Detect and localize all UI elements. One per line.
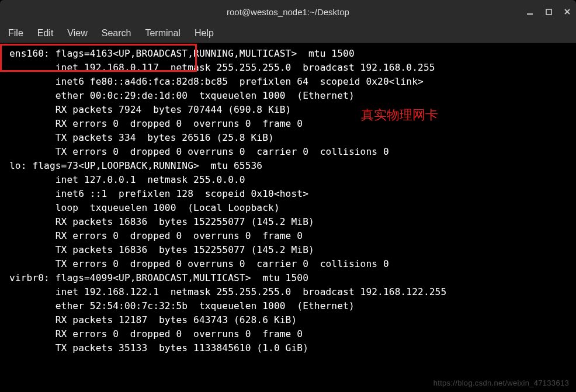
terminal-line: inet 192.168.0.117 netmask 255.255.255.0… [9,61,567,75]
terminal-line: RX packets 7924 bytes 707444 (690.8 KiB) [9,103,567,117]
menu-help[interactable]: Help [195,28,214,39]
terminal-line: virbr0: flags=4099<UP,BROADCAST,MULTICAS… [9,271,567,285]
svg-rect-1 [546,9,551,15]
terminal-line: TX packets 35133 bytes 1133845610 (1.0 G… [9,341,567,355]
terminal-line: TX packets 16836 bytes 152255077 (145.2 … [9,243,567,257]
terminal-line: TX packets 334 bytes 26516 (25.8 KiB) [9,131,567,145]
terminal-line: RX errors 0 dropped 0 overruns 0 frame 0 [9,117,567,131]
window-titlebar: root@westos_node1:~/Desktop [0,0,576,23]
terminal-line: inet6 ::1 prefixlen 128 scopeid 0x10<hos… [9,187,567,201]
watermark-text: https://blog.csdn.net/weixin_47133613 [433,379,569,387]
menu-terminal[interactable]: Terminal [145,28,180,39]
annotation-label: 真实物理网卡 [361,106,438,124]
terminal-line: loop txqueuelen 1000 (Local Loopback) [9,201,567,215]
terminal-line: TX errors 0 dropped 0 overruns 0 carrier… [9,257,567,271]
terminal-line: TX errors 0 dropped 0 overruns 0 carrier… [9,145,567,159]
terminal-line: ens160: flags=4163<UP,BROADCAST,RUNNING,… [9,47,567,61]
terminal-line: RX packets 12187 bytes 643743 (628.6 KiB… [9,313,567,327]
terminal-line: lo: flags=73<UP,LOOPBACK,RUNNING> mtu 65… [9,159,567,173]
minimize-button[interactable] [526,8,534,16]
terminal-line: inet6 fe80::a4d6:fca:82d8:bc85 prefixlen… [9,75,567,89]
close-button[interactable] [563,8,571,16]
terminal-output[interactable]: ens160: flags=4163<UP,BROADCAST,RUNNING,… [0,43,576,392]
terminal-line: inet 127.0.0.1 netmask 255.0.0.0 [9,173,567,187]
terminal-line: RX errors 0 dropped 0 overruns 0 frame 0 [9,327,567,341]
terminal-line: RX errors 0 dropped 0 overruns 0 frame 0 [9,229,567,243]
menu-view[interactable]: View [67,28,87,39]
menu-search[interactable]: Search [102,28,131,39]
window-controls [526,0,571,23]
terminal-line: RX packets 16836 bytes 152255077 (145.2 … [9,215,567,229]
terminal-line: ether 52:54:00:7c:32:5b txqueuelen 1000 … [9,299,567,313]
menubar: File Edit View Search Terminal Help [0,23,576,43]
menu-edit[interactable]: Edit [37,28,54,39]
maximize-button[interactable] [544,8,553,16]
terminal-line: ether 00:0c:29:de:1d:00 txqueuelen 1000 … [9,89,567,103]
menu-file[interactable]: File [8,28,23,39]
window-title: root@westos_node1:~/Desktop [227,7,349,17]
terminal-line: inet 192.168.122.1 netmask 255.255.255.0… [9,285,567,299]
